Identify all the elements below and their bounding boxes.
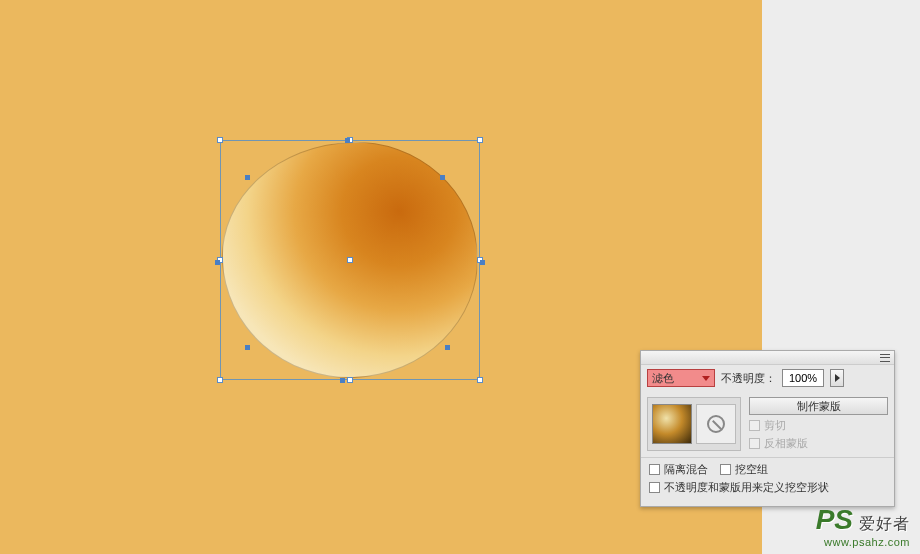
- blend-mode-label: 滤色: [652, 371, 674, 386]
- handle-bot-left[interactable]: [217, 377, 223, 383]
- anchor-point[interactable]: [340, 378, 345, 383]
- knockout-checkbox[interactable]: [720, 464, 731, 475]
- invert-row: 反相蒙版: [749, 436, 888, 451]
- mask-thumbnail[interactable]: [696, 404, 736, 444]
- object-thumbnail[interactable]: [652, 404, 692, 444]
- define-knockout-row: 不透明度和蒙版用来定义挖空形状: [649, 480, 886, 495]
- blend-mode-select[interactable]: 滤色: [647, 369, 715, 387]
- arrow-right-icon: [835, 374, 840, 382]
- dropdown-icon: [702, 376, 710, 381]
- handle-center[interactable]: [347, 257, 353, 263]
- handle-bot-mid[interactable]: [347, 377, 353, 383]
- invert-label: 反相蒙版: [764, 436, 808, 451]
- watermark-cn: 爱好者: [859, 514, 910, 535]
- handle-top-left[interactable]: [217, 137, 223, 143]
- watermark-ps: PS: [816, 504, 853, 536]
- anchor-point[interactable]: [215, 260, 220, 265]
- thumbnail-group: [647, 397, 741, 451]
- transparency-panel: 滤色 不透明度： 100% 制作蒙版 剪切 反相蒙版: [640, 350, 895, 507]
- anchor-point[interactable]: [445, 345, 450, 350]
- isolate-label: 隔离混合: [664, 462, 708, 477]
- define-knockout-checkbox[interactable]: [649, 482, 660, 493]
- watermark: PS 爱好者 www.psahz.com: [816, 504, 910, 548]
- watermark-url: www.psahz.com: [816, 536, 910, 548]
- clip-checkbox: [749, 420, 760, 431]
- anchor-point[interactable]: [480, 260, 485, 265]
- opacity-stepper[interactable]: [830, 369, 844, 387]
- make-mask-button[interactable]: 制作蒙版: [749, 397, 888, 415]
- anchor-point[interactable]: [245, 175, 250, 180]
- panel-top-row: 滤色 不透明度： 100%: [641, 365, 894, 391]
- mask-controls: 制作蒙版 剪切 反相蒙版: [749, 397, 888, 451]
- clip-label: 剪切: [764, 418, 786, 433]
- panel-body: 制作蒙版 剪切 反相蒙版: [641, 391, 894, 457]
- anchor-point[interactable]: [440, 175, 445, 180]
- isolate-row: 隔离混合 挖空组: [649, 462, 886, 477]
- watermark-logo: PS 爱好者: [816, 504, 910, 536]
- selection-wrap: [190, 120, 495, 395]
- anchor-point[interactable]: [345, 138, 350, 143]
- invert-checkbox: [749, 438, 760, 449]
- handle-top-right[interactable]: [477, 137, 483, 143]
- handle-bot-right[interactable]: [477, 377, 483, 383]
- knockout-label: 挖空组: [735, 462, 768, 477]
- define-knockout-label: 不透明度和蒙版用来定义挖空形状: [664, 480, 829, 495]
- anchor-point[interactable]: [245, 345, 250, 350]
- panel-titlebar[interactable]: [641, 351, 894, 365]
- isolate-checkbox[interactable]: [649, 464, 660, 475]
- clip-row: 剪切: [749, 418, 888, 433]
- panel-menu-icon[interactable]: [880, 353, 890, 363]
- opacity-label: 不透明度：: [721, 371, 776, 386]
- panel-footer: 隔离混合 挖空组 不透明度和蒙版用来定义挖空形状: [641, 457, 894, 506]
- opacity-input[interactable]: 100%: [782, 369, 824, 387]
- no-mask-icon: [707, 415, 725, 433]
